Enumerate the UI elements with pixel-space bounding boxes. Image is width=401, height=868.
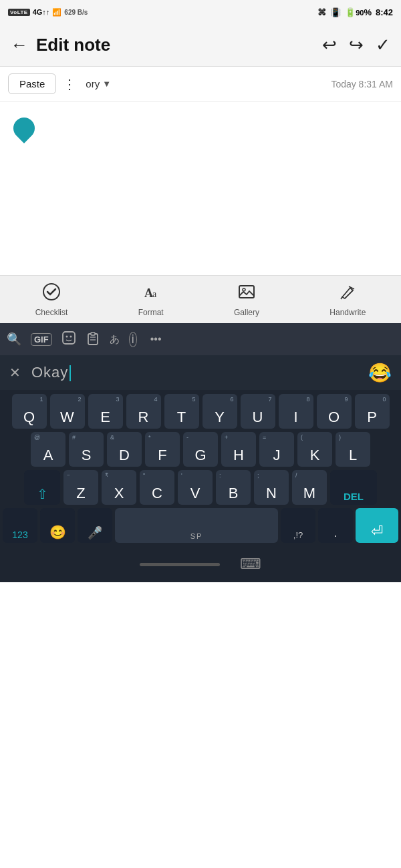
key-e[interactable]: 3E bbox=[88, 394, 123, 429]
cursor-marker bbox=[9, 113, 39, 143]
mic-key[interactable]: 🎤 bbox=[78, 508, 112, 543]
key-y[interactable]: 6Y bbox=[203, 394, 237, 429]
key-d[interactable]: &D bbox=[107, 432, 142, 467]
shift-key[interactable]: ⇧ bbox=[24, 470, 60, 505]
vibrate-icon: 📳 bbox=[330, 7, 341, 17]
key-i[interactable]: 8I bbox=[279, 394, 313, 429]
key-r[interactable]: 4R bbox=[126, 394, 161, 429]
handwrite-tool[interactable]: Handwrite bbox=[329, 282, 366, 317]
svg-rect-3 bbox=[239, 286, 254, 298]
note-date: Today 8:31 AM bbox=[331, 79, 393, 89]
status-bar: VoLTE 4G↑↑ 📶 629 B/s ⌘ 📳 🔋90% 8:42 bbox=[0, 0, 401, 24]
key-m[interactable]: /M bbox=[292, 470, 327, 505]
info-icon[interactable]: i bbox=[129, 332, 137, 347]
svg-point-9 bbox=[70, 335, 72, 337]
bottom-navigation-bar: ⌨ bbox=[0, 549, 401, 582]
key-f[interactable]: *F bbox=[145, 432, 180, 467]
clock: 8:42 bbox=[376, 7, 393, 17]
keyboard-row-4: 123 😊 🎤 SP ,!? . ⏎ bbox=[3, 508, 398, 543]
svg-rect-11 bbox=[91, 333, 95, 335]
key-s[interactable]: #S bbox=[69, 432, 104, 467]
delete-key[interactable]: DEL bbox=[330, 470, 377, 505]
keyboard: 1Q 2W 3E 4R 5T 6Y 7U 8I 9O 0P @A #S &D *… bbox=[0, 390, 401, 549]
bluetooth-icon: ⌘ bbox=[317, 7, 326, 17]
paste-button[interactable]: Paste bbox=[8, 73, 56, 94]
page-title: Edit note bbox=[36, 35, 110, 55]
back-button[interactable]: ← bbox=[11, 35, 28, 55]
data-speed: 629 B/s bbox=[64, 9, 88, 16]
keyboard-toggle-icon[interactable]: ⌨ bbox=[240, 556, 261, 573]
num-switch-key[interactable]: 123 bbox=[3, 508, 37, 543]
key-b[interactable]: :B bbox=[216, 470, 251, 505]
search-icon[interactable]: 🔍 bbox=[7, 332, 21, 347]
confirm-button[interactable]: ✓ bbox=[376, 35, 390, 55]
note-area[interactable] bbox=[0, 101, 401, 275]
svg-text:a: a bbox=[152, 289, 157, 299]
close-word-button[interactable]: ✕ bbox=[9, 365, 21, 381]
format-label: Format bbox=[138, 308, 164, 317]
emoji-key[interactable]: 😊 bbox=[40, 508, 75, 543]
keyboard-row-2: @A #S &D *F -G +H =J (K )L bbox=[3, 432, 398, 467]
status-left: VoLTE 4G↑↑ 📶 629 B/s bbox=[8, 8, 88, 17]
dot-key[interactable]: . bbox=[318, 508, 353, 543]
svg-line-6 bbox=[341, 297, 342, 299]
key-w[interactable]: 2W bbox=[50, 394, 85, 429]
battery-icon: 🔋90% bbox=[345, 7, 372, 17]
history-button[interactable]: ory ▼ bbox=[86, 78, 111, 89]
key-h[interactable]: +H bbox=[221, 432, 256, 467]
key-j[interactable]: =J bbox=[259, 432, 294, 467]
gallery-icon bbox=[237, 282, 256, 305]
status-right: ⌘ 📳 🔋90% 8:42 bbox=[317, 7, 393, 17]
enter-key[interactable]: ⏎ bbox=[356, 508, 398, 543]
more-options-button[interactable]: ••• bbox=[150, 333, 162, 345]
gallery-label: Gallery bbox=[234, 308, 259, 317]
keyboard-row-3: ⇧ ~Z ₹X "C 'V :B ;N /M DEL bbox=[3, 470, 398, 505]
key-k[interactable]: (K bbox=[297, 432, 332, 467]
key-a[interactable]: @A bbox=[31, 432, 65, 467]
handwrite-label: Handwrite bbox=[329, 308, 366, 317]
current-word: Okay bbox=[31, 364, 368, 381]
key-p[interactable]: 0P bbox=[355, 394, 390, 429]
svg-point-4 bbox=[243, 288, 245, 291]
top-bar: ← Edit note ↩ ↪ ✓ bbox=[0, 24, 401, 67]
key-g[interactable]: -G bbox=[183, 432, 218, 467]
key-v[interactable]: 'V bbox=[178, 470, 213, 505]
svg-rect-7 bbox=[63, 332, 75, 344]
space-key[interactable]: SP bbox=[115, 508, 278, 543]
key-t[interactable]: 5T bbox=[164, 394, 199, 429]
emoji-button[interactable]: 😂 bbox=[368, 362, 392, 384]
top-bar-actions: ↩ ↪ ✓ bbox=[322, 35, 390, 55]
key-l[interactable]: )L bbox=[336, 432, 370, 467]
keyboard-toolbar: Checklist A a Format Gallery bbox=[0, 275, 401, 323]
checklist-icon bbox=[42, 282, 61, 305]
key-c[interactable]: "C bbox=[140, 470, 174, 505]
more-options-icon[interactable]: ⋮ bbox=[56, 76, 83, 92]
wifi-icon: 📶 bbox=[52, 8, 61, 17]
key-x[interactable]: ₹X bbox=[102, 470, 136, 505]
translate-icon[interactable]: あ bbox=[110, 333, 120, 346]
text-cursor bbox=[70, 365, 71, 381]
svg-point-0 bbox=[43, 284, 59, 300]
punctuation-key[interactable]: ,!? bbox=[281, 508, 315, 543]
key-z[interactable]: ~Z bbox=[63, 470, 98, 505]
history-label: ory bbox=[86, 78, 100, 89]
edit-toolbar: Paste ⋮ ory ▼ Today 8:31 AM bbox=[0, 67, 401, 101]
key-o[interactable]: 9O bbox=[317, 394, 352, 429]
key-n[interactable]: ;N bbox=[254, 470, 289, 505]
keyboard-row-1: 1Q 2W 3E 4R 5T 6Y 7U 8I 9O 0P bbox=[3, 394, 398, 429]
redo-button[interactable]: ↪ bbox=[349, 35, 364, 55]
undo-button[interactable]: ↩ bbox=[322, 35, 337, 55]
checklist-tool[interactable]: Checklist bbox=[35, 282, 68, 317]
dropdown-arrow: ▼ bbox=[102, 79, 111, 89]
format-tool[interactable]: A a Format bbox=[138, 282, 164, 317]
key-u[interactable]: 7U bbox=[241, 394, 275, 429]
key-q[interactable]: 1Q bbox=[12, 394, 47, 429]
gallery-tool[interactable]: Gallery bbox=[234, 282, 259, 317]
word-suggestion-bar: ✕ Okay 😂 bbox=[0, 355, 401, 390]
sticker-icon[interactable] bbox=[61, 331, 76, 349]
gif-icon[interactable]: GIF bbox=[31, 333, 52, 346]
clipboard-icon[interactable] bbox=[86, 331, 100, 349]
top-bar-left: ← Edit note bbox=[11, 35, 110, 55]
format-icon: A a bbox=[142, 282, 160, 305]
home-pill[interactable] bbox=[140, 563, 220, 566]
